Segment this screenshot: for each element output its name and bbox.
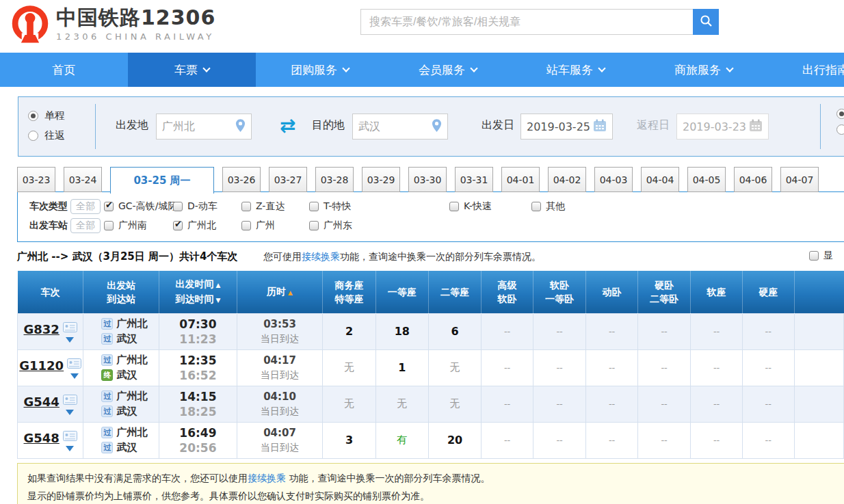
to-station-input[interactable]: 武汉 [352, 114, 448, 140]
checkbox-icon[interactable] [531, 202, 541, 211]
note-line-2: 显示的卧铺票价均为上铺票价，供您参考。具体票价以您确认支付时实际购买的铺别票价为… [27, 487, 844, 504]
search-button[interactable] [693, 9, 719, 35]
expand-arrow-icon[interactable] [66, 410, 74, 415]
sort-asc-icon[interactable]: ▲ [215, 282, 220, 289]
train-number-link[interactable]: G544 [24, 395, 60, 409]
filter-option-广州[interactable]: 广州 [241, 220, 275, 232]
nav-item-label: 会员服务 [419, 62, 465, 78]
filter-option-K-快速[interactable]: K-快速 [449, 200, 492, 213]
checkbox-icon[interactable] [104, 202, 114, 211]
date-tab-03-24[interactable]: 03-24 [64, 167, 102, 192]
filter-option-D-动车[interactable]: D-动车 [173, 200, 217, 213]
nav-item-member[interactable]: 会员服务 [384, 53, 512, 87]
checkbox-icon[interactable] [309, 202, 319, 211]
expand-arrow-icon[interactable] [70, 373, 79, 379]
filter-box: 车次类型：全部GC-高铁/城际D-动车Z-直达T-特快K-快速其他 出发车站：全… [17, 191, 844, 242]
train-cell: G1120 [18, 349, 83, 386]
trip-type-option[interactable]: 单程 [28, 106, 65, 126]
nav-item-label: 出行指南 [802, 62, 844, 78]
checkbox-icon[interactable] [241, 202, 251, 211]
date-tab-03-23[interactable]: 03-23 [17, 167, 55, 192]
filter-option-GC-高铁/城际[interactable]: GC-高铁/城际 [104, 200, 177, 213]
col-header-出发时间[interactable]: 出发时间▲到达时间▼ [159, 271, 237, 313]
logo-subtitle: 12306 CHINA RAILWAY [56, 31, 215, 42]
checkbox-icon[interactable] [449, 202, 459, 211]
train-type-all-button[interactable]: 全部 [70, 199, 101, 214]
expand-arrow-icon[interactable] [66, 337, 74, 343]
date-tab-04-07[interactable]: 04-07 [780, 167, 819, 192]
top-bar: 中国铁路12306 12306 CHINA RAILWAY [0, 0, 844, 53]
checkbox-icon[interactable] [104, 221, 114, 230]
site-logo[interactable]: 中国铁路12306 12306 CHINA RAILWAY [11, 5, 215, 48]
date-tab-03-27[interactable]: 03-27 [269, 167, 307, 192]
clipped-radio[interactable] [836, 109, 844, 119]
terminal-badge: 终 [101, 369, 113, 381]
checkbox-icon[interactable] [173, 202, 183, 211]
nav-item-group[interactable]: 团购服务 [256, 53, 384, 87]
train-cell: G832 [18, 313, 83, 349]
to-station-value: 武汉 [358, 120, 432, 134]
search-input[interactable] [360, 9, 693, 35]
search-icon [700, 14, 713, 29]
expand-arrow-icon[interactable] [66, 446, 74, 451]
nav-item-business[interactable]: 商旅服务 [639, 53, 767, 87]
seat-availability-cell: -- [637, 386, 690, 422]
clipped-radio[interactable] [836, 124, 844, 135]
checkbox-icon[interactable] [309, 221, 319, 230]
col-header-line: 软卧 [482, 292, 533, 306]
transfer-link[interactable]: 接续换乘 [248, 473, 286, 483]
train-number-link[interactable]: G832 [24, 322, 60, 336]
seat-availability-cell: 3 [323, 422, 375, 458]
seat-availability-cell: 18 [375, 313, 428, 349]
trip-type-option[interactable]: 往返 [28, 126, 65, 146]
nav-item-tickets[interactable]: 车票 [128, 53, 256, 87]
filter-option-广州南[interactable]: 广州南 [104, 220, 147, 232]
date-tab-03-29[interactable]: 03-29 [362, 167, 400, 192]
sort-desc-icon[interactable]: ▼ [215, 297, 220, 304]
depart-date-input[interactable]: 2019-03-25 [520, 114, 613, 140]
date-tab-04-06[interactable]: 04-06 [734, 167, 772, 192]
depart-station-all-button[interactable]: 全部 [70, 218, 101, 233]
col-header-二等座: 二等座 [428, 271, 481, 313]
date-tab-03-28[interactable]: 03-28 [315, 167, 354, 192]
col-header-历时[interactable]: 历时▲ [237, 271, 323, 313]
duration-cell: 04:17当日到达 [237, 349, 323, 386]
filter-option-广州北[interactable]: 广州北 [173, 220, 216, 232]
radio-icon[interactable] [28, 131, 38, 141]
main-nav: 首页车票团购服务会员服务站车服务商旅服务出行指南 [0, 53, 844, 87]
duration-value: 04:17 [237, 354, 323, 368]
date-tab-04-02[interactable]: 04-02 [548, 167, 586, 192]
date-tab-03-25[interactable]: 03-25 周一 [110, 167, 214, 194]
train-number-link[interactable]: G1120 [19, 358, 64, 373]
filter-option-广州东[interactable]: 广州东 [309, 220, 352, 232]
seat-availability-cell: -- [482, 422, 533, 458]
date-tab-04-05[interactable]: 04-05 [687, 167, 726, 192]
depart-time: 14:15 [159, 389, 237, 404]
nav-item-station[interactable]: 站车服务 [512, 53, 639, 87]
filter-option-T-特快[interactable]: T-特快 [309, 200, 351, 213]
train-number-link[interactable]: G548 [24, 431, 60, 445]
date-tab-04-03[interactable]: 04-03 [594, 167, 633, 192]
seat-availability-cell-clipped [794, 349, 843, 386]
arrival-day-note: 当日到达 [237, 404, 323, 419]
checkbox-icon[interactable] [241, 221, 251, 230]
date-tab-03-30[interactable]: 03-30 [408, 167, 447, 192]
date-tab-03-31[interactable]: 03-31 [455, 167, 493, 192]
sort-asc-icon[interactable]: ▲ [288, 289, 293, 296]
date-tab-04-04[interactable]: 04-04 [641, 167, 679, 192]
nav-item-guide[interactable]: 出行指南 [767, 53, 844, 87]
clipped-checkbox[interactable] [809, 251, 819, 261]
swap-stations-icon[interactable]: ⇄ [280, 115, 295, 137]
radio-icon[interactable] [28, 111, 38, 121]
checkbox-icon[interactable] [173, 221, 183, 230]
filter-option-Z-直达[interactable]: Z-直达 [241, 200, 285, 213]
transfer-link[interactable]: 接续换乘 [302, 251, 340, 262]
from-station-input[interactable]: 广州北 [156, 114, 252, 140]
date-tab-04-01[interactable]: 04-01 [501, 167, 540, 192]
date-tab-03-26[interactable]: 03-26 [222, 167, 261, 192]
filter-option-其他[interactable]: 其他 [531, 200, 565, 213]
nav-item-home[interactable]: 首页 [0, 53, 128, 87]
seat-availability-cell: -- [533, 313, 585, 349]
location-pin-icon [235, 118, 246, 135]
col-header-软座: 软座 [691, 271, 743, 313]
